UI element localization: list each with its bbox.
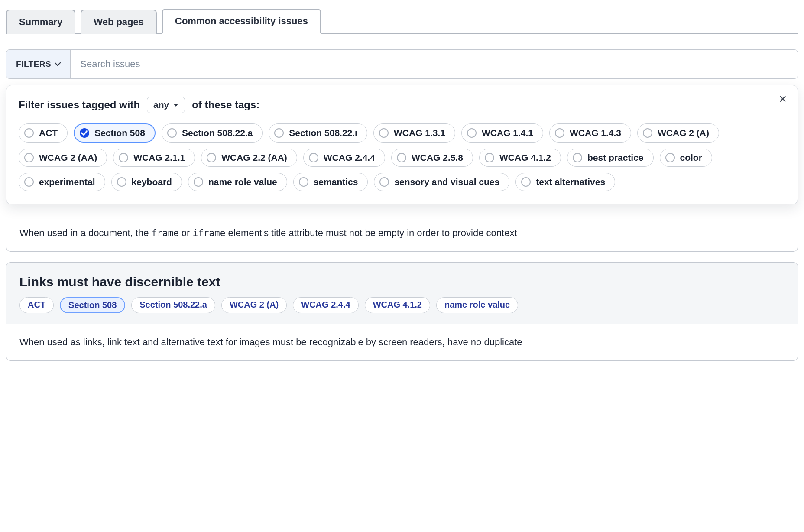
radio-icon — [274, 128, 284, 138]
radio-icon — [379, 177, 389, 187]
radio-icon — [573, 153, 582, 162]
filter-tag-wcag-2-a-[interactable]: WCAG 2 (A) — [637, 123, 719, 143]
radio-icon — [299, 177, 308, 187]
filter-tag-label: WCAG 2.4.4 — [324, 152, 375, 163]
filter-tag-wcag-2-1-1[interactable]: WCAG 2.1.1 — [113, 149, 195, 167]
issue-tag-list: ACTSection 508Section 508.22.aWCAG 2 (A)… — [19, 297, 785, 313]
radio-icon — [207, 153, 216, 162]
filter-tag-label: WCAG 2 (A) — [658, 128, 709, 138]
filter-tag-label: semantics — [314, 177, 358, 187]
radio-icon — [555, 128, 564, 138]
filter-tag-label: text alternatives — [536, 177, 605, 187]
filter-tag-label: WCAG 4.1.2 — [499, 152, 551, 163]
filter-tag-label: keyboard — [132, 177, 172, 187]
filter-tag-section-508-22-i[interactable]: Section 508.22.i — [269, 123, 367, 143]
filter-tag-label: Section 508.22.a — [182, 128, 253, 138]
radio-icon — [24, 128, 34, 138]
issue-title: Links must have discernible text — [19, 275, 785, 289]
filters-button[interactable]: FILTERS — [6, 50, 71, 78]
filter-tag-label: Section 508 — [94, 128, 145, 138]
filter-tag-sensory-and-visual-cues[interactable]: sensory and visual cues — [374, 173, 509, 191]
filter-prefix: Filter issues tagged with — [19, 99, 140, 111]
filter-tag-keyboard[interactable]: keyboard — [111, 173, 182, 191]
filter-bar: FILTERS — [6, 49, 798, 79]
issue-tag-section-508[interactable]: Section 508 — [60, 297, 125, 313]
filter-tag-label: ACT — [39, 128, 58, 138]
filter-panel-header: Filter issues tagged with any of these t… — [19, 97, 785, 113]
filter-tag-label: WCAG 1.4.3 — [570, 128, 621, 138]
radio-icon — [117, 177, 126, 187]
filter-tag-label: best practice — [587, 152, 644, 163]
filter-tag-act[interactable]: ACT — [19, 123, 68, 143]
radio-icon — [467, 128, 477, 138]
radio-icon — [485, 153, 494, 162]
filters-button-label: FILTERS — [16, 59, 51, 69]
filter-tag-wcag-1-4-3[interactable]: WCAG 1.4.3 — [549, 123, 631, 143]
filter-tag-semantics[interactable]: semantics — [293, 173, 368, 191]
search-input[interactable] — [71, 50, 798, 78]
issue-tag-act[interactable]: ACT — [19, 297, 54, 313]
tab-summary[interactable]: Summary — [6, 10, 75, 34]
radio-icon — [643, 128, 652, 138]
issue-tag-wcag-2-4-4[interactable]: WCAG 2.4.4 — [293, 297, 358, 313]
filter-tag-label: WCAG 1.4.1 — [482, 128, 533, 138]
filter-tag-wcag-1-4-1[interactable]: WCAG 1.4.1 — [461, 123, 543, 143]
radio-icon — [167, 128, 177, 138]
filter-tag-label: WCAG 1.3.1 — [394, 128, 445, 138]
filter-tag-label: WCAG 2.2 (AA) — [221, 152, 287, 163]
filter-tag-label: Section 508.22.i — [289, 128, 357, 138]
filter-tag-best-practice[interactable]: best practice — [567, 149, 654, 167]
filter-panel: ✕ Filter issues tagged with any of these… — [6, 85, 798, 204]
filter-tag-label: experimental — [39, 177, 95, 187]
code-token: frame — [152, 228, 179, 238]
filter-tag-label: name role value — [208, 177, 277, 187]
filter-suffix: of these tags: — [192, 99, 259, 111]
filter-tag-wcag-2-5-8[interactable]: WCAG 2.5.8 — [391, 149, 473, 167]
radio-icon — [24, 177, 34, 187]
issue-header: Links must have discernible textACTSecti… — [6, 263, 798, 324]
issue-tag-section-508-22-a[interactable]: Section 508.22.a — [131, 297, 215, 313]
filter-mode-label: any — [153, 100, 169, 110]
filter-tag-wcag-1-3-1[interactable]: WCAG 1.3.1 — [373, 123, 455, 143]
radio-icon — [194, 177, 203, 187]
issue-tag-name-role-value[interactable]: name role value — [436, 297, 518, 313]
radio-icon — [119, 153, 128, 162]
filter-tag-label: WCAG 2.1.1 — [133, 152, 185, 163]
filter-tag-label: WCAG 2 (AA) — [39, 152, 97, 163]
caret-down-icon — [173, 104, 178, 107]
code-token: iframe — [193, 228, 226, 238]
filter-tag-section-508[interactable]: Section 508 — [74, 123, 156, 143]
tab-web-pages[interactable]: Web pages — [81, 10, 157, 34]
radio-icon — [379, 128, 389, 138]
filter-tag-wcag-2-4-4[interactable]: WCAG 2.4.4 — [303, 149, 385, 167]
issue-description: When used in a document, the frame or if… — [6, 215, 798, 251]
filter-tag-wcag-2-aa-[interactable]: WCAG 2 (AA) — [19, 149, 107, 167]
close-icon[interactable]: ✕ — [778, 94, 787, 104]
issue-description: When used as links, link text and altern… — [6, 324, 798, 360]
issue-card: Links must have discernible textACTSecti… — [6, 262, 798, 361]
issue-tag-wcag-4-1-2[interactable]: WCAG 4.1.2 — [365, 297, 430, 313]
filter-mode-dropdown[interactable]: any — [147, 97, 185, 113]
radio-icon — [24, 153, 34, 162]
check-circle-icon — [80, 128, 89, 138]
filter-tag-section-508-22-a[interactable]: Section 508.22.a — [162, 123, 263, 143]
chevron-down-icon — [55, 61, 61, 68]
filter-tag-label: WCAG 2.5.8 — [412, 152, 463, 163]
radio-icon — [397, 153, 406, 162]
filter-tag-name-role-value[interactable]: name role value — [188, 173, 287, 191]
filter-tag-wcag-4-1-2[interactable]: WCAG 4.1.2 — [479, 149, 561, 167]
filter-tag-label: color — [680, 152, 702, 163]
filter-tag-experimental[interactable]: experimental — [19, 173, 105, 191]
tab-common-accessibility-issues[interactable]: Common accessibility issues — [162, 9, 321, 34]
filter-tag-text-alternatives[interactable]: text alternatives — [515, 173, 615, 191]
radio-icon — [665, 153, 675, 162]
filter-tag-color[interactable]: color — [660, 149, 712, 167]
radio-icon — [309, 153, 318, 162]
filter-tag-wcag-2-2-aa-[interactable]: WCAG 2.2 (AA) — [201, 149, 297, 167]
tabs: SummaryWeb pagesCommon accessibility iss… — [6, 8, 798, 34]
radio-icon — [521, 177, 531, 187]
issue-card: When used in a document, the frame or if… — [6, 215, 798, 252]
filter-tag-label: sensory and visual cues — [394, 177, 499, 187]
issue-tag-wcag-2-a-[interactable]: WCAG 2 (A) — [221, 297, 287, 313]
filter-tag-list: ACTSection 508Section 508.22.aSection 50… — [19, 123, 785, 191]
